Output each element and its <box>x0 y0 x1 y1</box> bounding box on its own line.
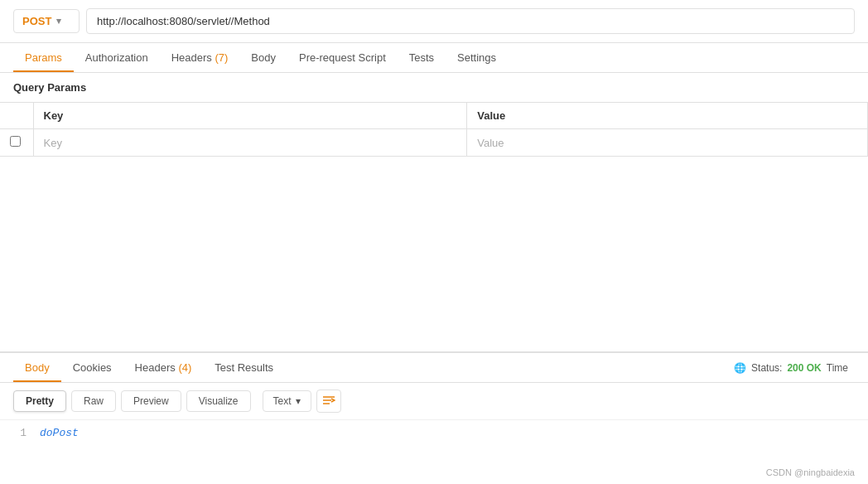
tab-settings[interactable]: Settings <box>446 43 508 72</box>
method-selector[interactable]: POST ▾ <box>13 9 80 33</box>
text-type-label: Text <box>273 395 292 407</box>
wrap-button[interactable] <box>316 390 341 413</box>
resp-tab-cookies[interactable]: Cookies <box>61 353 123 382</box>
value-col-header: Value <box>467 103 868 129</box>
value-cell[interactable]: Value <box>467 129 868 157</box>
globe-icon: 🌐 <box>734 362 746 374</box>
text-type-dropdown[interactable]: Text ▾ <box>263 390 311 412</box>
tab-prerequest[interactable]: Pre-request Script <box>287 43 398 72</box>
resp-tab-body[interactable]: Body <box>13 353 61 382</box>
code-output-area: 1 doPost <box>0 420 868 446</box>
resp-tab-test-results[interactable]: Test Results <box>203 353 285 382</box>
url-bar: POST ▾ <box>0 0 868 43</box>
table-row: Key Value <box>0 129 868 157</box>
resp-headers-badge: (4) <box>178 361 191 374</box>
url-input[interactable] <box>86 8 855 34</box>
code-line: 1 doPost <box>13 427 855 439</box>
format-btn-preview[interactable]: Preview <box>121 390 181 412</box>
response-format-bar: Pretty Raw Preview Visualize Text ▾ <box>0 383 868 420</box>
line-number: 1 <box>13 427 27 439</box>
method-label: POST <box>22 15 51 27</box>
watermark: CSDN @ningbaidexia <box>766 467 855 477</box>
row-checkbox-cell[interactable] <box>0 129 33 157</box>
text-dropdown-chevron-icon: ▾ <box>296 395 301 407</box>
method-chevron-icon: ▾ <box>56 16 61 27</box>
format-btn-visualize[interactable]: Visualize <box>186 390 251 412</box>
query-params-label: Query Params <box>0 73 868 102</box>
params-table: Key Value Key Value <box>0 102 868 157</box>
tab-headers[interactable]: Headers (7) <box>160 43 240 72</box>
code-content: doPost <box>40 427 79 439</box>
tab-tests[interactable]: Tests <box>398 43 446 72</box>
tab-body[interactable]: Body <box>239 43 287 72</box>
status-value: 200 OK <box>787 362 821 374</box>
format-btn-pretty[interactable]: Pretty <box>13 390 66 412</box>
status-label: Status: <box>751 362 782 374</box>
headers-badge: (7) <box>215 51 228 64</box>
checkbox-col-header <box>0 103 33 129</box>
response-section: Body Cookies Headers (4) Test Results 🌐 … <box>0 351 868 484</box>
time-label: Time <box>827 362 848 374</box>
format-btn-raw[interactable]: Raw <box>71 390 116 412</box>
response-tabs-bar: Body Cookies Headers (4) Test Results 🌐 … <box>0 353 868 383</box>
tab-params[interactable]: Params <box>13 43 74 72</box>
request-tabs-bar: Params Authorization Headers (7) Body Pr… <box>0 43 868 73</box>
row-checkbox[interactable] <box>10 136 21 147</box>
key-col-header: Key <box>33 103 467 129</box>
resp-tab-headers[interactable]: Headers (4) <box>123 353 204 382</box>
tab-authorization[interactable]: Authorization <box>74 43 160 72</box>
response-status: 🌐 Status: 200 OK Time <box>734 362 855 374</box>
key-cell[interactable]: Key <box>33 129 467 157</box>
wrap-icon <box>322 394 335 409</box>
